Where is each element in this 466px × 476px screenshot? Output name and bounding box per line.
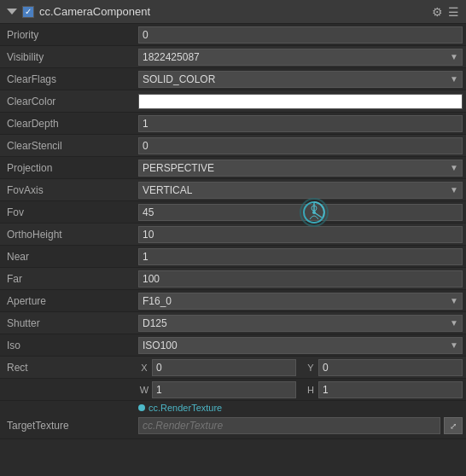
value-orthoheight	[138, 226, 463, 243]
dropdown-aperture-arrow: ▼	[450, 296, 458, 305]
component-checkbox[interactable]: ✓	[22, 6, 34, 18]
dropdown-iso[interactable]: ISO100 ▼	[138, 337, 463, 354]
label-fov: Fov	[3, 206, 138, 218]
label-shutter: Shutter	[3, 317, 138, 329]
label-near: Near	[3, 251, 138, 263]
texture-select-icon: ⤢	[450, 421, 457, 431]
label-clearstencil: ClearStencil	[3, 140, 138, 152]
texture-hint: cc.RenderTexture	[138, 403, 463, 413]
dropdown-visibility-arrow: ▼	[450, 52, 458, 61]
input-rect-y[interactable]	[318, 359, 463, 376]
dropdown-shutter-arrow: ▼	[450, 318, 458, 328]
menu-icon[interactable]: ☰	[448, 5, 459, 19]
dropdown-shutter[interactable]: D125 ▼	[138, 315, 463, 332]
rect-wh-group: W H	[138, 381, 463, 398]
value-near	[138, 248, 463, 265]
fov-angle-indicator	[299, 197, 329, 228]
dropdown-shutter-value: D125	[143, 317, 167, 329]
label-cleardepth: ClearDepth	[3, 118, 138, 130]
dropdown-projection[interactable]: PERSPECTIVE ▼	[138, 160, 463, 177]
label-rect: Rect	[3, 362, 138, 374]
value-aperture: F16_0 ▼	[138, 293, 463, 310]
dropdown-visibility[interactable]: 1822425087 ▼	[138, 49, 463, 66]
row-fovaxis: FovAxis VERTICAL ▼	[0, 179, 466, 201]
rect-xy-group: X Y	[138, 359, 463, 376]
value-clearflags: SOLID_COLOR ▼	[138, 71, 463, 88]
dropdown-aperture-value: F16_0	[143, 295, 172, 307]
row-far: Far	[0, 268, 466, 290]
label-clearflags: ClearFlags	[3, 73, 138, 85]
value-priority	[138, 26, 463, 44]
value-clearstencil	[138, 137, 463, 154]
texture-dot-icon	[138, 404, 145, 411]
row-near: Near	[0, 246, 466, 268]
dropdown-projection-value: PERSPECTIVE	[143, 162, 214, 174]
value-cleardepth	[138, 115, 463, 132]
component-header[interactable]: ✓ cc.CameraComponent ⚙ ☰	[0, 0, 466, 24]
dropdown-iso-value: ISO100	[143, 340, 178, 351]
row-rect-wh: W H	[0, 379, 466, 401]
label-priority: Priority	[3, 29, 138, 41]
svg-line-4	[314, 212, 322, 218]
dropdown-fovaxis-value: VERTICAL	[143, 184, 192, 196]
input-target-texture[interactable]	[138, 417, 440, 434]
input-rect-w[interactable]	[152, 381, 296, 398]
component-content: Priority Visibility 1822425087 ▼ ClearFl…	[0, 24, 466, 439]
label-projection: Projection	[3, 162, 138, 174]
row-visibility: Visibility 1822425087 ▼	[0, 46, 466, 68]
input-far[interactable]	[138, 270, 463, 287]
row-rect-xy: Rect X Y	[0, 357, 466, 379]
value-far	[138, 270, 463, 287]
dropdown-projection-arrow: ▼	[450, 163, 458, 172]
header-icons: ⚙ ☰	[432, 5, 459, 19]
value-visibility: 1822425087 ▼	[138, 49, 463, 66]
label-target-texture: TargetTexture	[3, 420, 138, 432]
row-cleardepth: ClearDepth	[0, 113, 466, 135]
texture-select-button[interactable]: ⤢	[444, 417, 463, 434]
row-target-texture: cc.RenderTexture TargetTexture ⤢	[0, 401, 466, 439]
label-clearcolor: ClearColor	[3, 96, 138, 107]
value-iso: ISO100 ▼	[138, 337, 463, 354]
input-priority[interactable]	[138, 26, 463, 44]
input-rect-h[interactable]	[318, 381, 463, 398]
row-clearflags: ClearFlags SOLID_COLOR ▼	[0, 68, 466, 90]
input-rect-x[interactable]	[152, 359, 296, 376]
dropdown-iso-arrow: ▼	[450, 340, 458, 350]
label-visibility: Visibility	[3, 51, 138, 63]
value-fovaxis: VERTICAL ▼	[138, 182, 463, 199]
dropdown-clearflags[interactable]: SOLID_COLOR ▼	[138, 71, 463, 88]
row-shutter: Shutter D125 ▼	[0, 312, 466, 334]
texture-hint-text: cc.RenderTexture	[149, 403, 222, 413]
input-clearstencil[interactable]	[138, 137, 463, 154]
value-clearcolor	[138, 94, 463, 109]
rect-w-label: W	[138, 385, 150, 395]
dropdown-visibility-value: 1822425087	[143, 51, 200, 63]
rect-y-label: Y	[305, 363, 317, 373]
dropdown-clearflags-value: SOLID_COLOR	[143, 73, 215, 85]
input-near[interactable]	[138, 248, 463, 265]
row-iso: Iso ISO100 ▼	[0, 334, 466, 357]
value-projection: PERSPECTIVE ▼	[138, 160, 463, 177]
row-priority: Priority	[0, 24, 466, 46]
row-orthoheight: OrthoHeight	[0, 223, 466, 246]
expand-icon[interactable]	[7, 9, 17, 15]
dropdown-aperture[interactable]: F16_0 ▼	[138, 293, 463, 310]
color-picker-clearcolor[interactable]	[138, 94, 463, 109]
input-orthoheight[interactable]	[138, 226, 463, 243]
label-iso: Iso	[3, 340, 138, 351]
component-title: cc.CameraComponent	[39, 5, 150, 18]
settings-icon[interactable]: ⚙	[432, 5, 443, 19]
input-cleardepth[interactable]	[138, 115, 463, 132]
row-aperture: Aperture F16_0 ▼	[0, 290, 466, 312]
row-clearstencil: ClearStencil	[0, 135, 466, 157]
dropdown-fovaxis[interactable]: VERTICAL ▼	[138, 182, 463, 199]
rect-h-label: H	[305, 385, 317, 395]
row-clearcolor: ClearColor	[0, 90, 466, 113]
rect-x-label: X	[138, 363, 150, 373]
dropdown-clearflags-arrow: ▼	[450, 74, 458, 84]
header-left: ✓ cc.CameraComponent	[7, 5, 150, 18]
dropdown-fovaxis-arrow: ▼	[450, 185, 458, 194]
target-texture-label-row: TargetTexture ⤢	[3, 415, 463, 437]
row-fov: Fov	[0, 201, 466, 223]
value-shutter: D125 ▼	[138, 315, 463, 332]
